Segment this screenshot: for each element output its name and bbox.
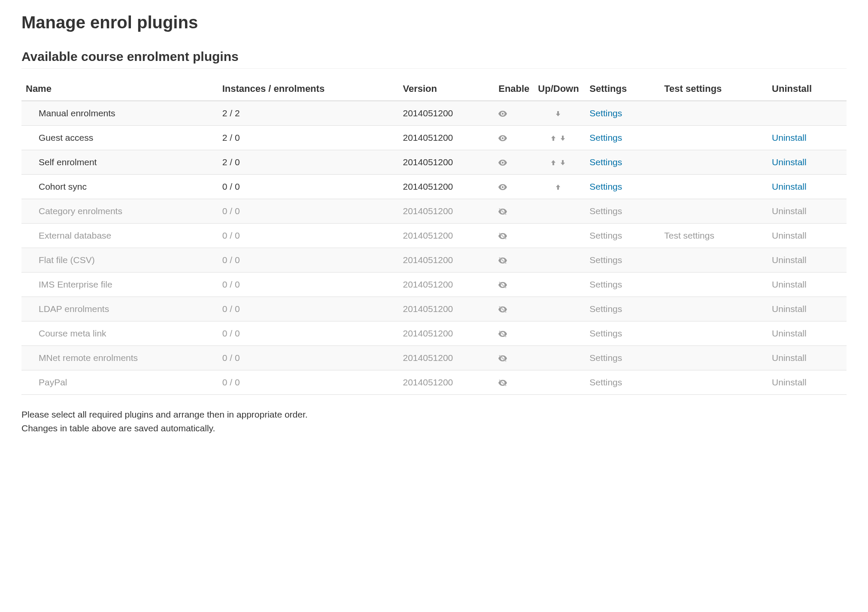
svg-point-0 bbox=[502, 113, 504, 115]
table-row: Guest access2 / 02014051200SettingsUnins… bbox=[21, 126, 847, 150]
settings-link[interactable]: Settings bbox=[589, 328, 622, 338]
table-header-row: Name Instances / enrolments Version Enab… bbox=[21, 77, 847, 101]
uninstall-link[interactable]: Uninstall bbox=[772, 182, 807, 191]
uninstall-link[interactable]: Uninstall bbox=[772, 157, 807, 167]
arrow-up-icon[interactable] bbox=[555, 184, 561, 191]
settings-link[interactable]: Settings bbox=[589, 255, 622, 265]
plugin-name: Self enrolment bbox=[21, 150, 218, 175]
uninstall-link[interactable]: Uninstall bbox=[772, 304, 807, 314]
eye-open-icon[interactable] bbox=[498, 184, 507, 190]
plugin-version: 2014051200 bbox=[398, 321, 494, 346]
plugin-name: MNet remote enrolments bbox=[21, 346, 218, 370]
table-row: Manual enrolments2 / 22014051200Settings bbox=[21, 101, 847, 126]
arrow-down-icon[interactable] bbox=[555, 110, 561, 117]
plugin-version: 2014051200 bbox=[398, 199, 494, 224]
settings-link[interactable]: Settings bbox=[589, 304, 622, 314]
table-row: Course meta link0 / 02014051200SettingsU… bbox=[21, 321, 847, 346]
svg-point-1 bbox=[502, 137, 504, 139]
arrow-up-icon[interactable] bbox=[550, 135, 557, 142]
settings-link[interactable]: Settings bbox=[589, 279, 622, 289]
arrow-down-icon[interactable] bbox=[559, 159, 566, 166]
plugin-instances: 2 / 2 bbox=[218, 101, 399, 126]
plugin-name: External database bbox=[21, 224, 218, 248]
uninstall-link[interactable]: Uninstall bbox=[772, 377, 807, 387]
plugin-version: 2014051200 bbox=[398, 126, 494, 150]
plugin-name: Guest access bbox=[21, 126, 218, 150]
plugin-instances: 0 / 0 bbox=[218, 224, 399, 248]
plugin-version: 2014051200 bbox=[398, 346, 494, 370]
settings-link[interactable]: Settings bbox=[589, 108, 622, 118]
plugins-table: Name Instances / enrolments Version Enab… bbox=[21, 77, 847, 395]
plugin-name: Category enrolments bbox=[21, 199, 218, 224]
eye-open-icon[interactable] bbox=[498, 135, 507, 141]
plugin-name: PayPal bbox=[21, 370, 218, 395]
footer-line-1: Please select all required plugins and a… bbox=[21, 408, 847, 421]
arrow-up-icon[interactable] bbox=[550, 159, 557, 166]
uninstall-link[interactable]: Uninstall bbox=[772, 230, 807, 240]
eye-open-icon[interactable] bbox=[498, 111, 507, 117]
eye-closed-icon[interactable] bbox=[498, 330, 507, 337]
svg-point-3 bbox=[502, 186, 504, 188]
plugin-version: 2014051200 bbox=[398, 248, 494, 273]
footer-line-2: Changes in table above are saved automat… bbox=[21, 421, 847, 435]
eye-closed-icon[interactable] bbox=[498, 233, 507, 239]
arrow-down-icon[interactable] bbox=[559, 135, 566, 142]
col-uninstall: Uninstall bbox=[768, 77, 847, 101]
plugin-version: 2014051200 bbox=[398, 101, 494, 126]
plugin-instances: 0 / 0 bbox=[218, 248, 399, 273]
uninstall-link[interactable]: Uninstall bbox=[772, 353, 807, 363]
col-name: Name bbox=[21, 77, 218, 101]
plugin-instances: 2 / 0 bbox=[218, 126, 399, 150]
eye-closed-icon[interactable] bbox=[498, 306, 507, 313]
footer-note: Please select all required plugins and a… bbox=[21, 408, 847, 435]
eye-closed-icon[interactable] bbox=[498, 208, 507, 215]
col-settings: Settings bbox=[585, 77, 660, 101]
col-version: Version bbox=[398, 77, 494, 101]
plugin-instances: 0 / 0 bbox=[218, 175, 399, 199]
plugin-instances: 0 / 0 bbox=[218, 199, 399, 224]
plugin-version: 2014051200 bbox=[398, 370, 494, 395]
col-test: Test settings bbox=[660, 77, 768, 101]
plugin-name: LDAP enrolments bbox=[21, 297, 218, 321]
uninstall-link[interactable]: Uninstall bbox=[772, 255, 807, 265]
table-row: External database0 / 02014051200Settings… bbox=[21, 224, 847, 248]
settings-link[interactable]: Settings bbox=[589, 133, 622, 142]
uninstall-link[interactable]: Uninstall bbox=[772, 328, 807, 338]
plugin-instances: 0 / 0 bbox=[218, 321, 399, 346]
settings-link[interactable]: Settings bbox=[589, 206, 622, 216]
table-row: Category enrolments0 / 02014051200Settin… bbox=[21, 199, 847, 224]
table-row: LDAP enrolments0 / 02014051200SettingsUn… bbox=[21, 297, 847, 321]
eye-open-icon[interactable] bbox=[498, 160, 507, 166]
table-row: IMS Enterprise file0 / 02014051200Settin… bbox=[21, 273, 847, 297]
settings-link[interactable]: Settings bbox=[589, 377, 622, 387]
plugin-instances: 0 / 0 bbox=[218, 370, 399, 395]
plugin-version: 2014051200 bbox=[398, 150, 494, 175]
plugin-name: IMS Enterprise file bbox=[21, 273, 218, 297]
test-settings-link[interactable]: Test settings bbox=[664, 230, 714, 240]
table-row: PayPal0 / 02014051200SettingsUninstall bbox=[21, 370, 847, 395]
page-title: Manage enrol plugins bbox=[21, 13, 847, 32]
uninstall-link[interactable]: Uninstall bbox=[772, 206, 807, 216]
settings-link[interactable]: Settings bbox=[589, 157, 622, 167]
settings-link[interactable]: Settings bbox=[589, 353, 622, 363]
eye-closed-icon[interactable] bbox=[498, 355, 507, 362]
eye-closed-icon[interactable] bbox=[498, 282, 507, 288]
eye-closed-icon[interactable] bbox=[498, 257, 507, 264]
plugin-version: 2014051200 bbox=[398, 273, 494, 297]
plugin-instances: 2 / 0 bbox=[218, 150, 399, 175]
table-row: Cohort sync0 / 02014051200SettingsUninst… bbox=[21, 175, 847, 199]
plugin-instances: 0 / 0 bbox=[218, 273, 399, 297]
plugin-name: Flat file (CSV) bbox=[21, 248, 218, 273]
section-title: Available course enrolment plugins bbox=[21, 49, 847, 69]
plugin-instances: 0 / 0 bbox=[218, 346, 399, 370]
settings-link[interactable]: Settings bbox=[589, 182, 622, 191]
table-row: Flat file (CSV)0 / 02014051200SettingsUn… bbox=[21, 248, 847, 273]
col-enable: Enable bbox=[494, 77, 534, 101]
col-instances: Instances / enrolments bbox=[218, 77, 399, 101]
uninstall-link[interactable]: Uninstall bbox=[772, 279, 807, 289]
settings-link[interactable]: Settings bbox=[589, 230, 622, 240]
uninstall-link[interactable]: Uninstall bbox=[772, 133, 807, 142]
col-updown: Up/Down bbox=[534, 77, 585, 101]
eye-closed-icon[interactable] bbox=[498, 379, 507, 386]
plugin-version: 2014051200 bbox=[398, 175, 494, 199]
